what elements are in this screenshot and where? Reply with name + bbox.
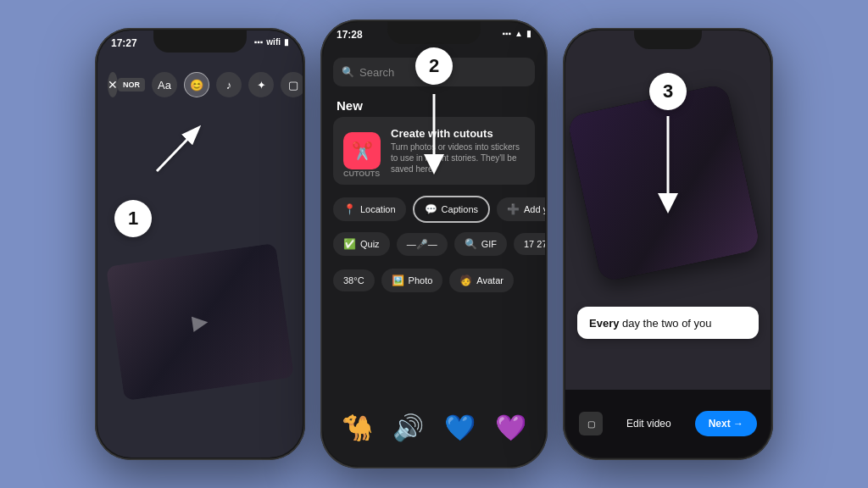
notch-3 bbox=[634, 30, 702, 49]
caption-bubble: Every day the two of you bbox=[577, 307, 759, 339]
add-yours-label: Add yours bbox=[524, 204, 545, 214]
arrow-1 bbox=[148, 112, 216, 183]
edit-video-label: Edit video bbox=[626, 418, 671, 430]
caption-rest: day the two of you bbox=[619, 317, 711, 330]
gif-chip[interactable]: 🔍 GIF bbox=[454, 232, 507, 256]
notch-2 bbox=[387, 22, 481, 44]
temp-label: 38°C bbox=[343, 275, 364, 286]
gif-icon: 🔍 bbox=[465, 238, 477, 250]
next-label: Next → bbox=[709, 418, 743, 430]
status-icons-1: ▪▪▪ wifi ▮ bbox=[254, 37, 289, 47]
emoji-chip[interactable]: —🎤— bbox=[397, 233, 448, 256]
temp-chip[interactable]: 38°C bbox=[333, 269, 375, 291]
sticker-row-3: 38°C 🖼️ Photo 🧑 Avatar bbox=[333, 269, 535, 292]
section-label: New bbox=[337, 98, 363, 113]
camel-sticker: 🐪 bbox=[335, 405, 379, 449]
signal-icon: ▪▪▪ bbox=[254, 37, 264, 47]
wifi-icon-2: ▲ bbox=[515, 29, 523, 38]
heart-blue-sticker: 💙 bbox=[437, 405, 481, 449]
step-badge-1: 1 bbox=[114, 200, 152, 237]
phone-1-inner: 17:27 ▪▪▪ wifi ▮ ✕ NOR Aa 😊 ♪ ✦ ▢ bbox=[97, 30, 303, 458]
phone-3: Every day the two of you ▢ Edit video Ne… bbox=[563, 28, 773, 460]
captions-chip[interactable]: 💬 Captions bbox=[413, 196, 490, 223]
gif-label: GIF bbox=[481, 239, 497, 249]
arrow-3 bbox=[647, 112, 689, 217]
time-chip-label: 17 27 bbox=[524, 239, 545, 249]
quiz-icon: ✅ bbox=[343, 238, 356, 250]
add-yours-icon: ➕ bbox=[507, 203, 520, 215]
photo-icon: 🖼️ bbox=[392, 274, 404, 286]
quiz-label: Quiz bbox=[360, 239, 380, 249]
avatar-label: Avatar bbox=[476, 275, 504, 286]
caption-text: Every day the two of you bbox=[589, 317, 712, 330]
icon-box[interactable]: ▢ bbox=[579, 412, 603, 435]
sticker-row-1: 📍 Location 💬 Captions ➕ Add yours bbox=[333, 196, 535, 223]
photo-label: Photo bbox=[409, 275, 433, 286]
location-label: Location bbox=[360, 204, 396, 214]
phone-2-inner: 17:28 ▪▪▪ ▲ ▮ 🔍 Search New ✂️ Create wit… bbox=[323, 22, 545, 466]
sound-sticker: 🔊 bbox=[387, 405, 431, 449]
music-icon[interactable]: ♪ bbox=[216, 72, 242, 97]
box-icon: ▢ bbox=[587, 419, 595, 429]
status-icons-2: ▪▪▪ ▲ ▮ bbox=[502, 29, 531, 38]
sticker-row-2: ✅ Quiz —🎤— 🔍 GIF 17 27 bbox=[333, 232, 535, 256]
phone-1: 17:27 ▪▪▪ wifi ▮ ✕ NOR Aa 😊 ♪ ✦ ▢ bbox=[95, 28, 305, 460]
video-preview-1 bbox=[106, 243, 294, 402]
toolbar-icons: NOR Aa 😊 ♪ ✦ ▢ ↓ bbox=[118, 72, 303, 97]
effects-icon[interactable]: ✦ bbox=[248, 72, 274, 97]
phone-3-bottom-bar: ▢ Edit video Next → bbox=[565, 390, 771, 458]
captions-icon: 💬 bbox=[425, 203, 437, 215]
emoji-chip-label: —🎤— bbox=[407, 239, 437, 250]
close-button[interactable]: ✕ bbox=[108, 72, 118, 97]
layout-icon[interactable]: ▢ bbox=[281, 72, 303, 97]
next-button[interactable]: Next → bbox=[695, 411, 757, 436]
sticker-icon[interactable]: 😊 bbox=[184, 72, 209, 97]
search-icon: 🔍 bbox=[342, 66, 354, 78]
notch-1 bbox=[153, 30, 247, 53]
captions-label: Captions bbox=[442, 204, 478, 214]
cutouts-title: Create with cutouts bbox=[391, 127, 525, 140]
step-badge-3: 3 bbox=[649, 73, 687, 110]
heart-purple-sticker: 💜 bbox=[489, 405, 533, 449]
time-chip[interactable]: 17 27 bbox=[514, 233, 545, 255]
phone-2: 17:28 ▪▪▪ ▲ ▮ 🔍 Search New ✂️ Create wit… bbox=[320, 19, 548, 469]
battery-icon: ▮ bbox=[284, 37, 289, 47]
location-icon: 📍 bbox=[343, 203, 356, 215]
arrow-2 bbox=[413, 90, 455, 178]
time-1: 17:27 bbox=[111, 37, 137, 49]
avatar-chip[interactable]: 🧑 Avatar bbox=[449, 269, 514, 292]
phones-container: 17:27 ▪▪▪ wifi ▮ ✕ NOR Aa 😊 ♪ ✦ ▢ bbox=[78, 3, 790, 485]
signal-icon-2: ▪▪▪ bbox=[502, 29, 511, 38]
photo-chip[interactable]: 🖼️ Photo bbox=[381, 269, 443, 292]
add-yours-chip[interactable]: ➕ Add yours bbox=[497, 197, 545, 221]
time-2: 17:28 bbox=[337, 29, 363, 41]
cutouts-description: Turn photos or videos into stickers to u… bbox=[391, 141, 525, 175]
step-badge-2: 2 bbox=[415, 47, 453, 85]
location-chip[interactable]: 📍 Location bbox=[333, 197, 406, 221]
avatar-icon: 🧑 bbox=[459, 274, 472, 286]
cutouts-text: Create with cutouts Turn photos or video… bbox=[391, 127, 525, 175]
svg-line-0 bbox=[157, 129, 198, 171]
video-card-1 bbox=[106, 243, 294, 402]
search-placeholder: Search bbox=[359, 66, 394, 79]
nor-tag: NOR bbox=[118, 78, 145, 92]
caption-bold: Every bbox=[589, 317, 619, 330]
phone-3-inner: Every day the two of you ▢ Edit video Ne… bbox=[565, 30, 771, 458]
battery-icon-2: ▮ bbox=[526, 29, 531, 38]
phone-1-toolbar: ✕ NOR Aa 😊 ♪ ✦ ▢ ↓ bbox=[97, 64, 303, 105]
cutouts-label: CUTOUTS bbox=[343, 169, 380, 178]
cutouts-icon: ✂️ bbox=[343, 132, 381, 169]
sticker-images: 🐪 🔊 💙 💜 bbox=[323, 405, 545, 449]
text-icon[interactable]: Aa bbox=[152, 72, 177, 97]
wifi-icon: wifi bbox=[266, 37, 281, 47]
quiz-chip[interactable]: ✅ Quiz bbox=[333, 232, 390, 256]
